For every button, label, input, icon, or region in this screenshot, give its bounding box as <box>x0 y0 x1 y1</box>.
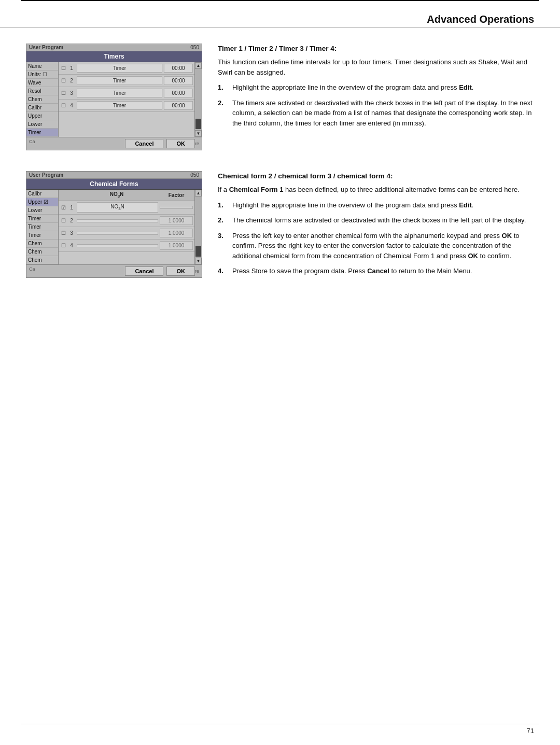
timer-row-2: 2 Timer 00:00 <box>59 75 194 87</box>
sidebar-item-upper: Upper <box>26 112 58 120</box>
chem-status-left: User Program <box>29 172 63 178</box>
timers-sidebar: Name Units: ☐ Wave Resol Chem Calibr Upp… <box>26 62 59 137</box>
sidebar-item-resol: Resol <box>26 87 58 95</box>
timer-2-num: 2 <box>68 78 75 83</box>
chem-step-3: 3. Press the left key to enter another c… <box>218 231 534 261</box>
timer-1-num: 1 <box>68 65 75 71</box>
chem-titlebar: Chemical Forms <box>26 179 202 190</box>
timers-ok-button[interactable]: OK <box>166 139 195 148</box>
chem-2-num: 2 <box>68 218 75 223</box>
chem-2-formula <box>77 219 158 222</box>
timers-titlebar: Timers <box>26 51 202 62</box>
chem-step-1-num: 1. <box>218 200 228 210</box>
timers-cancel-button[interactable]: Cancel <box>125 139 163 148</box>
timer-3-checkbox[interactable] <box>59 90 68 96</box>
chem-footer-prefix: Ca <box>29 266 125 276</box>
chem-1-num: 1 <box>68 205 75 210</box>
timers-device-panel: User Program 050 Timers Name Units: ☐ Wa… <box>26 44 202 150</box>
page-title: Advanced Operations <box>427 13 534 25</box>
sidebar-item-timer: Timer <box>26 129 58 137</box>
chem-sidebar-chem2: Chem <box>26 248 58 256</box>
chem-col1-header: NO3N <box>75 191 158 199</box>
timers-intro: This function can define time intervals … <box>218 57 534 77</box>
chem-3-checkbox[interactable] <box>59 230 68 236</box>
timer-3-value: 00:00 <box>164 89 193 97</box>
chem-sidebar-chem3: Chem <box>26 256 58 264</box>
timers-step-2: 2. The timers are activated or deactivat… <box>218 98 534 129</box>
timers-main: 1 Timer 00:00 2 Timer 00:00 3 Timer <box>59 62 194 137</box>
timer-1-value: 00:00 <box>164 64 193 73</box>
scroll-up-button[interactable]: ▲ <box>195 62 202 69</box>
chem-sidebar-upper: Upper ☑ <box>26 198 58 206</box>
chem-main: NO3N Factor 1 NO3N 2 1 <box>59 190 194 264</box>
timer-1-label: Timer <box>77 64 162 73</box>
chem-row-4: 4 1.0000 <box>59 240 194 252</box>
chem-step-3-text: Press the left key to enter another chem… <box>232 231 534 261</box>
timer-row-3: 3 Timer 00:00 <box>59 87 194 100</box>
sidebar-item-units: Units: ☐ <box>26 71 58 79</box>
bottom-rule <box>21 724 539 724</box>
chem-3-num: 3 <box>68 230 75 236</box>
timer-2-value: 00:00 <box>164 76 193 85</box>
chem-2-checkbox[interactable] <box>59 218 68 223</box>
chem-step-2: 2. The chemical forms are activated or d… <box>218 215 534 226</box>
timer-2-checkbox[interactable] <box>59 78 68 83</box>
timers-heading: Timer 1 / Timer 2 / Timer 3 / Timer 4: <box>218 44 534 54</box>
chem-statusbar: User Program 050 <box>26 172 202 179</box>
timers-step-2-text: The timers are activated or deactivated … <box>232 98 534 129</box>
chem-intro: If a Chemical Form 1 has been defined, u… <box>218 185 534 195</box>
chem-step-2-text: The chemical forms are activated or deac… <box>232 215 526 226</box>
timer-4-value: 00:00 <box>164 101 193 110</box>
timers-status-right: 050 <box>190 45 199 50</box>
chem-section-row: User Program 050 Chemical Forms Calibr U… <box>26 171 534 282</box>
top-rule <box>21 0 539 6</box>
chem-step-4: 4. Press Store to save the program data.… <box>218 266 534 276</box>
timer-4-checkbox[interactable] <box>59 103 68 108</box>
timer-row-4: 4 Timer 00:00 <box>59 100 194 112</box>
chem-4-num: 4 <box>68 243 75 248</box>
chem-scroll-down-button[interactable]: ▼ <box>195 258 202 264</box>
chem-4-checkbox[interactable] <box>59 243 68 248</box>
main-content: User Program 050 Timers Name Units: ☐ Wa… <box>0 28 560 297</box>
chem-ok-button[interactable]: OK <box>166 266 195 276</box>
chem-sidebar-timer2: Timer <box>26 223 58 231</box>
chem-header-row: NO3N Factor <box>59 190 194 201</box>
chem-4-factor: 1.0000 <box>160 241 193 250</box>
chem-scroll-up-button[interactable]: ▲ <box>195 190 202 196</box>
timer-4-label: Timer <box>77 101 162 110</box>
sidebar-item-chem: Chem <box>26 95 58 104</box>
chem-sidebar-lower: Lower <box>26 206 58 215</box>
chem-sidebar-calibr: Calibr <box>26 190 58 198</box>
sidebar-item-lower: Lower <box>26 120 58 129</box>
timers-text-area: Timer 1 / Timer 2 / Timer 3 / Timer 4: T… <box>218 44 534 133</box>
timer-3-num: 3 <box>68 90 75 96</box>
chem-step-3-num: 3. <box>218 231 228 241</box>
chem-sidebar: Calibr Upper ☑ Lower Timer Timer Timer C… <box>26 190 59 264</box>
chem-heading: Chemical form 2 / chemical form 3 / chem… <box>218 171 534 181</box>
scroll-thumb <box>195 119 201 129</box>
chem-col2-header: Factor <box>158 192 194 198</box>
timers-steps: 1. Highlight the appropriate line in the… <box>218 82 534 128</box>
chem-row-3: 3 1.0000 <box>59 227 194 240</box>
chem-step-1-text: Highlight the appropriate line in the ov… <box>232 200 473 210</box>
timer-4-num: 4 <box>68 103 75 108</box>
chem-status-right: 050 <box>190 172 199 178</box>
chem-device-panel: User Program 050 Chemical Forms Calibr U… <box>26 171 202 278</box>
timer-1-checkbox[interactable] <box>59 65 68 71</box>
chem-footer-suffix: re <box>195 266 199 276</box>
chem-cancel-button[interactable]: Cancel <box>125 266 163 276</box>
timer-2-label: Timer <box>77 76 162 85</box>
chem-footer: Ca Cancel OK re <box>26 264 202 277</box>
page-header: Advanced Operations <box>0 6 560 28</box>
timers-step-2-num: 2. <box>218 98 228 108</box>
timers-step-1-num: 1. <box>218 82 228 93</box>
scroll-down-button[interactable]: ▼ <box>195 130 202 137</box>
timers-status-left: User Program <box>29 45 63 50</box>
chem-1-checkbox[interactable] <box>59 205 68 210</box>
sidebar-item-wave: Wave <box>26 79 58 87</box>
chem-panel-body: Calibr Upper ☑ Lower Timer Timer Timer C… <box>26 190 202 264</box>
chem-sidebar-chem1: Chem <box>26 240 58 248</box>
timers-footer: Ca Cancel OK re <box>26 137 202 150</box>
sidebar-item-calibr: Calibr <box>26 104 58 112</box>
chem-3-factor: 1.0000 <box>160 229 193 237</box>
